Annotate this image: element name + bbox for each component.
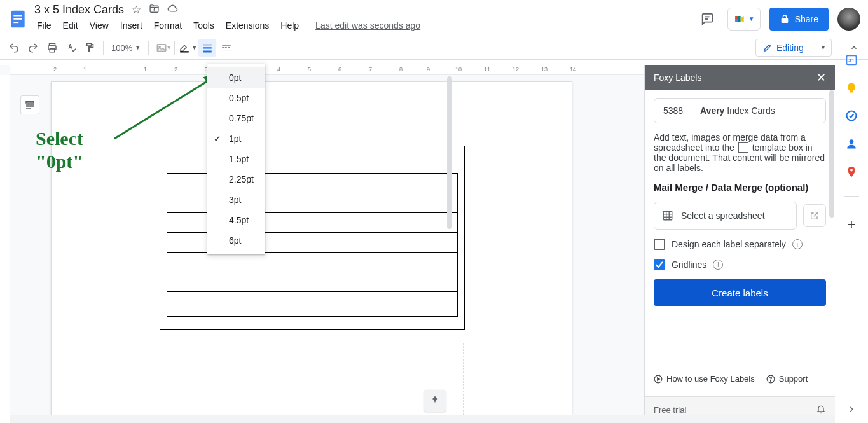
move-icon[interactable]	[149, 3, 160, 17]
svg-rect-16	[203, 47, 212, 48]
menu-view[interactable]: View	[85, 18, 114, 33]
menu-insert[interactable]: Insert	[115, 18, 148, 33]
paint-format-button[interactable]	[81, 39, 99, 57]
instructions-text: Add text, images or merge data from a sp…	[654, 132, 826, 173]
svg-rect-3	[13, 22, 18, 23]
svg-rect-11	[87, 43, 92, 46]
meet-button[interactable]: ▼	[727, 8, 761, 31]
account-avatar[interactable]	[837, 8, 860, 31]
vertical-scrollbar[interactable]	[446, 76, 453, 398]
info-icon[interactable]: i	[713, 260, 723, 270]
hide-rail-button[interactable]: ›	[850, 402, 853, 415]
svg-rect-1	[13, 15, 22, 16]
svg-rect-22	[222, 50, 223, 50]
dropdown-item-6pt[interactable]: 6pt	[207, 230, 265, 251]
sidepanel-title: Foxy Labels	[654, 73, 701, 83]
menu-edit[interactable]: Edit	[58, 18, 83, 33]
horizontal-ruler: 2 1 1 2 3 4 5 6 7 8 9 10 11 12 13 14	[10, 65, 644, 75]
menu-tools[interactable]: Tools	[188, 18, 219, 33]
design-each-checkbox-row[interactable]: Design each label separately i	[654, 239, 826, 250]
svg-point-42	[850, 139, 854, 144]
undo-button[interactable]	[5, 39, 23, 57]
support-link[interactable]: Support	[766, 374, 808, 384]
dropdown-item-0.5pt[interactable]: 0.5pt	[207, 88, 265, 108]
calendar-icon[interactable]: 31	[845, 53, 858, 66]
svg-rect-26	[230, 50, 231, 50]
keep-icon[interactable]	[845, 81, 858, 94]
star-icon[interactable]: ☆	[132, 3, 141, 17]
svg-rect-7	[735, 19, 738, 22]
check-icon: ✓	[214, 134, 221, 144]
gridlines-label: Gridlines	[672, 260, 706, 270]
cloud-status-icon[interactable]	[167, 3, 178, 17]
get-addons-button[interactable]: ＋	[844, 214, 858, 233]
svg-rect-14	[180, 51, 189, 52]
zoom-value: 100%	[111, 43, 132, 53]
share-label: Share	[795, 14, 818, 24]
dropdown-item-1pt[interactable]: ✓1pt	[207, 128, 265, 149]
index-card-outline	[160, 146, 465, 330]
chevron-down-icon: ▼	[748, 15, 755, 22]
document-title[interactable]: 3 x 5 Index Cards	[31, 2, 128, 18]
svg-rect-19	[222, 47, 224, 48]
dropdown-item-0pt[interactable]: 0pt	[207, 67, 265, 88]
menu-file[interactable]: File	[32, 18, 57, 33]
free-trial-label[interactable]: Free trial	[654, 405, 686, 415]
svg-text:31: 31	[848, 57, 855, 64]
spellcheck-button[interactable]	[62, 39, 80, 57]
image-insert-button[interactable]: ▼	[153, 39, 170, 57]
svg-point-38	[770, 380, 771, 381]
svg-rect-17	[203, 51, 212, 53]
select-spreadsheet-button[interactable]: Select a spreadsheet	[654, 202, 797, 230]
redo-button[interactable]	[24, 39, 42, 57]
contacts-icon[interactable]	[845, 137, 858, 150]
foxy-labels-panel: Foxy Labels ✕ 5388 Avery Index Cards Add…	[644, 65, 835, 423]
border-width-button[interactable]	[198, 39, 216, 57]
vertical-ruler	[0, 75, 10, 423]
mode-select[interactable]: Editing ▼	[755, 39, 832, 57]
docs-logo-icon[interactable]	[5, 4, 31, 34]
close-panel-icon[interactable]: ✕	[816, 71, 826, 85]
template-selector[interactable]: 5388 Avery Index Cards	[654, 98, 826, 123]
dropdown-item-2.25pt[interactable]: 2.25pt	[207, 169, 265, 190]
svg-rect-24	[226, 50, 227, 50]
sidepanel-scrollbar[interactable]	[829, 90, 835, 396]
menu-help[interactable]: Help	[275, 18, 304, 33]
design-each-checkbox[interactable]	[654, 239, 665, 250]
border-dash-button[interactable]	[217, 39, 235, 57]
border-width-dropdown: 0pt 0.5pt 0.75pt ✓1pt 1.5pt 2.25pt 3pt 4…	[207, 64, 265, 254]
sidepanel-h-scrollbar[interactable]	[10, 415, 835, 423]
howto-link[interactable]: How to use Foxy Labels	[654, 374, 755, 384]
menu-format[interactable]: Format	[149, 18, 187, 33]
select-spreadsheet-label: Select a spreadsheet	[681, 211, 765, 221]
svg-rect-20	[225, 47, 227, 48]
svg-line-44	[114, 74, 219, 139]
maps-icon[interactable]	[845, 165, 858, 178]
outline-toggle-button[interactable]	[20, 95, 39, 114]
create-labels-button[interactable]: Create labels	[654, 279, 826, 306]
svg-rect-15	[203, 45, 212, 46]
mode-label: Editing	[776, 43, 804, 53]
dropdown-item-3pt[interactable]: 3pt	[207, 190, 265, 210]
dropdown-item-1.5pt[interactable]: 1.5pt	[207, 149, 265, 169]
comment-history-icon[interactable]	[696, 8, 719, 31]
dropdown-item-0.75pt[interactable]: 0.75pt	[207, 108, 265, 128]
info-icon[interactable]: i	[792, 239, 803, 249]
notifications-icon[interactable]	[816, 404, 826, 417]
explore-button[interactable]	[424, 390, 446, 412]
svg-rect-31	[663, 211, 672, 220]
border-color-button[interactable]: ▼	[179, 39, 197, 57]
gridlines-checkbox-row[interactable]: Gridlines i	[654, 259, 826, 270]
tasks-icon[interactable]	[845, 109, 858, 122]
share-button[interactable]: Share	[769, 8, 829, 31]
template-code: 5388	[654, 106, 692, 116]
open-spreadsheet-button[interactable]	[803, 204, 826, 227]
menu-extensions[interactable]: Extensions	[221, 18, 274, 33]
template-box-icon	[738, 142, 748, 153]
last-edit-link[interactable]: Last edit was seconds ago	[315, 20, 420, 31]
gridlines-checkbox[interactable]	[654, 259, 665, 270]
template-name: Avery Index Cards	[692, 106, 775, 116]
print-button[interactable]	[43, 39, 61, 57]
zoom-select[interactable]: 100% ▼	[107, 43, 144, 53]
dropdown-item-4.5pt[interactable]: 4.5pt	[207, 210, 265, 230]
